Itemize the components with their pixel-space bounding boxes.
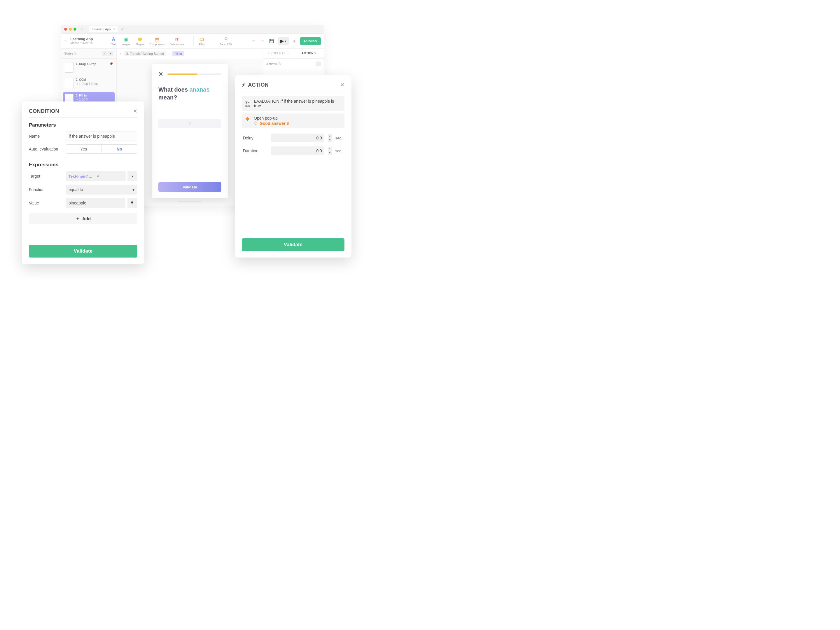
action-title: ⚡︎ACTION bbox=[242, 82, 268, 88]
tool-zoom[interactable]: ⚲Zoom 97% bbox=[219, 36, 232, 46]
tool-datasource[interactable]: ≋Data source bbox=[170, 36, 184, 46]
tool-files[interactable]: 🗂Files bbox=[199, 36, 205, 46]
breadcrumb-level-2[interactable]: Fill in bbox=[172, 51, 184, 56]
duration-input[interactable] bbox=[271, 147, 324, 155]
value-plug-button[interactable] bbox=[128, 198, 137, 208]
traffic-lights bbox=[64, 28, 76, 31]
question-text: What does ananas mean? bbox=[158, 86, 221, 101]
state-options-button[interactable]: ▾ bbox=[108, 51, 114, 56]
auto-eval-yes[interactable]: Yes bbox=[66, 145, 102, 153]
link-icon: ⇢ bbox=[76, 98, 78, 102]
tab-close-icon[interactable]: × bbox=[113, 27, 115, 31]
add-action-button[interactable]: + bbox=[316, 62, 321, 66]
close-icon[interactable]: ✕ bbox=[158, 71, 163, 77]
text-icon: A bbox=[111, 36, 116, 42]
spin-down-button[interactable]: ▼ bbox=[328, 151, 332, 155]
chevron-right-icon: › bbox=[169, 52, 170, 55]
tool-group-2: 🗂Files bbox=[193, 36, 205, 46]
home-icon[interactable]: ⌂ bbox=[81, 27, 84, 31]
link-icon: ⇢ bbox=[76, 82, 78, 86]
play-icon: ▶ bbox=[280, 38, 284, 44]
tool-shapes[interactable]: ⬢Shapes bbox=[136, 36, 145, 46]
value-input[interactable] bbox=[66, 198, 125, 208]
target-dropdown-button[interactable]: ▾ bbox=[128, 171, 137, 181]
expressions-heading: Expressions bbox=[29, 162, 137, 168]
undo-button[interactable]: ↶ bbox=[251, 38, 257, 44]
tab-learning-app[interactable]: Learning App × bbox=[88, 26, 118, 32]
action-validate-button[interactable]: Validate bbox=[242, 238, 344, 251]
condition-validate-button[interactable]: Validate bbox=[29, 245, 137, 257]
toolbar: ≡ Learning App Mobile / 667x375 AText ▣I… bbox=[61, 33, 324, 49]
app-meta: Mobile / 667x375 bbox=[70, 41, 93, 45]
publish-button[interactable]: Publish bbox=[300, 37, 321, 45]
spin-up-button[interactable]: ▲ bbox=[328, 134, 332, 138]
close-icon[interactable]: ✕ bbox=[340, 82, 344, 88]
state-item-1[interactable]: 1. Drag & Drop 📌 bbox=[63, 60, 115, 74]
validate-button[interactable]: Validate bbox=[158, 182, 221, 192]
target-icon bbox=[254, 121, 258, 126]
save-button[interactable]: 💾 bbox=[268, 38, 275, 44]
window-zoom-icon[interactable] bbox=[74, 28, 76, 31]
state-thumb bbox=[65, 62, 74, 73]
info-icon[interactable]: ⓘ bbox=[74, 52, 77, 55]
condition-title: CONDITION bbox=[29, 108, 59, 114]
move-icon: ✥ bbox=[245, 116, 249, 122]
redo-button[interactable]: ↷ bbox=[260, 38, 265, 44]
duration-spinner: ▲ ▼ bbox=[328, 147, 332, 155]
share-button[interactable]: ⋔ bbox=[292, 38, 297, 44]
states-header: States ⓘ + ▾ bbox=[61, 49, 116, 58]
progress-bar bbox=[167, 74, 221, 75]
action-panel: ⚡︎ACTION ✕ ?∘ NaN EVALUATION If if the a… bbox=[235, 75, 352, 257]
tool-images[interactable]: ▣Images bbox=[122, 36, 130, 46]
pin-icon[interactable]: 📌 bbox=[109, 62, 113, 65]
duration-label: Duration bbox=[243, 148, 267, 153]
info-icon[interactable]: ⓘ bbox=[278, 62, 281, 66]
canvas-handle[interactable] bbox=[178, 201, 202, 202]
delay-input[interactable] bbox=[271, 134, 324, 142]
open-popup-row[interactable]: ✥ Open pop-up Good answer 3 bbox=[242, 114, 344, 128]
delay-spinner: ▲ ▼ bbox=[328, 134, 332, 142]
window-minimize-icon[interactable] bbox=[69, 28, 72, 31]
breadcrumb-home-icon[interactable]: ⌂ bbox=[120, 52, 122, 55]
chevron-down-icon: ▾ bbox=[133, 187, 134, 192]
name-input[interactable] bbox=[66, 131, 137, 141]
tab-add-icon[interactable]: + bbox=[121, 27, 123, 32]
tab-actions[interactable]: ACTIONS bbox=[294, 49, 324, 58]
svg-point-0 bbox=[255, 122, 257, 124]
delay-unit: sec. bbox=[335, 136, 343, 140]
tool-text[interactable]: AText bbox=[111, 36, 116, 46]
evaluation-icon: ?∘ NaN bbox=[245, 100, 250, 107]
spin-down-button[interactable]: ▼ bbox=[328, 138, 332, 142]
play-button[interactable]: ▶▾ bbox=[278, 37, 289, 45]
mobile-frame: ✕ What does ananas mean? ⇄ Validate bbox=[152, 64, 228, 198]
files-icon: 🗂 bbox=[199, 36, 205, 42]
auto-eval-no[interactable]: No bbox=[102, 145, 137, 153]
tool-components[interactable]: ⬒Components bbox=[150, 36, 164, 46]
close-icon[interactable]: ✕ bbox=[133, 108, 137, 114]
function-select[interactable]: equal to ▾ bbox=[66, 185, 137, 194]
tool-group: AText ▣Images ⬢Shapes ⬒Components ≋Data … bbox=[105, 36, 184, 46]
breadcrumb-level-1[interactable]: 3. French / Getting Started bbox=[124, 51, 167, 56]
menu-icon[interactable]: ≡ bbox=[64, 38, 67, 44]
target-chip[interactable]: Text-Input41194 / In... × bbox=[66, 171, 126, 181]
auto-eval-segmented: Yes No bbox=[66, 144, 137, 154]
chip-remove-icon[interactable]: × bbox=[97, 174, 123, 178]
add-expression-button[interactable]: ＋ Add bbox=[29, 213, 137, 224]
add-state-button[interactable]: + bbox=[102, 51, 107, 56]
plus-icon: ＋ bbox=[76, 216, 80, 221]
app-info: Learning App Mobile / 667x375 bbox=[70, 37, 93, 44]
evaluation-text: EVALUATION If if the answer is pineapple… bbox=[254, 99, 341, 108]
window-close-icon[interactable] bbox=[64, 28, 67, 31]
duration-unit: sec. bbox=[335, 149, 343, 153]
value-label: Value bbox=[29, 201, 63, 205]
bolt-icon: ⚡︎ bbox=[242, 82, 246, 88]
tool-group-3: ⚲Zoom 97% bbox=[214, 36, 232, 46]
evaluation-row[interactable]: ?∘ NaN EVALUATION If if the answer is pi… bbox=[242, 96, 344, 111]
answer-input[interactable]: ⇄ bbox=[158, 119, 221, 128]
spin-up-button[interactable]: ▲ bbox=[328, 147, 332, 151]
tab-properties[interactable]: PROPERTIES bbox=[264, 49, 294, 58]
database-icon: ≋ bbox=[174, 36, 180, 42]
state-item-2[interactable]: 2. QCM ⇢1 Drag & Drop bbox=[63, 76, 115, 90]
app-name: Learning App bbox=[70, 37, 93, 41]
shapes-icon: ⬢ bbox=[137, 36, 143, 42]
